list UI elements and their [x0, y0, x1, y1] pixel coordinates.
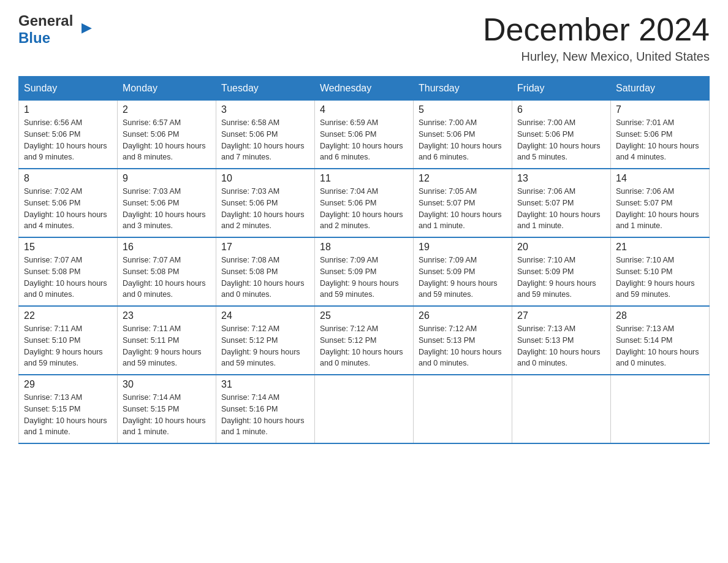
day-number: 8 — [24, 173, 112, 184]
day-info: Sunrise: 7:13 AMSunset: 5:14 PMDaylight:… — [616, 324, 699, 367]
day-number: 30 — [123, 379, 211, 390]
day-info: Sunrise: 7:14 AMSunset: 5:15 PMDaylight:… — [123, 393, 206, 436]
calendar-cell: 11 Sunrise: 7:04 AMSunset: 5:06 PMDaylig… — [315, 169, 414, 237]
calendar-cell: 31 Sunrise: 7:14 AMSunset: 5:16 PMDaylig… — [216, 375, 315, 443]
day-info: Sunrise: 7:12 AMSunset: 5:12 PMDaylight:… — [221, 324, 300, 367]
calendar-cell: 18 Sunrise: 7:09 AMSunset: 5:09 PMDaylig… — [315, 237, 414, 306]
week-row-3: 15 Sunrise: 7:07 AMSunset: 5:08 PMDaylig… — [19, 237, 710, 306]
day-number: 7 — [616, 104, 704, 115]
day-number: 27 — [517, 310, 605, 321]
calendar-cell: 4 Sunrise: 6:59 AMSunset: 5:06 PMDayligh… — [315, 101, 414, 169]
day-info: Sunrise: 7:05 AMSunset: 5:07 PMDaylight:… — [419, 187, 502, 230]
day-number: 6 — [517, 104, 605, 115]
calendar-cell: 22 Sunrise: 7:11 AMSunset: 5:10 PMDaylig… — [19, 306, 118, 375]
day-number: 14 — [616, 173, 704, 184]
calendar-cell: 17 Sunrise: 7:08 AMSunset: 5:08 PMDaylig… — [216, 237, 315, 306]
day-info: Sunrise: 7:01 AMSunset: 5:06 PMDaylight:… — [616, 118, 699, 161]
day-info: Sunrise: 7:02 AMSunset: 5:06 PMDaylight:… — [24, 187, 107, 230]
logo: General ▶ Blue — [18, 12, 82, 47]
day-info: Sunrise: 6:59 AMSunset: 5:06 PMDaylight:… — [320, 118, 403, 161]
day-number: 20 — [517, 242, 605, 253]
calendar-cell — [512, 375, 611, 443]
calendar-cell: 9 Sunrise: 7:03 AMSunset: 5:06 PMDayligh… — [118, 169, 216, 237]
logo-general-text: General — [18, 12, 73, 29]
header-saturday: Saturday — [611, 77, 710, 101]
calendar-cell: 7 Sunrise: 7:01 AMSunset: 5:06 PMDayligh… — [611, 101, 710, 169]
calendar-cell: 19 Sunrise: 7:09 AMSunset: 5:09 PMDaylig… — [414, 237, 512, 306]
location: Hurley, New Mexico, United States — [483, 50, 710, 64]
week-row-5: 29 Sunrise: 7:13 AMSunset: 5:15 PMDaylig… — [19, 375, 710, 443]
header-wednesday: Wednesday — [315, 77, 414, 101]
calendar-cell: 13 Sunrise: 7:06 AMSunset: 5:07 PMDaylig… — [512, 169, 611, 237]
day-number: 29 — [24, 379, 112, 390]
day-info: Sunrise: 7:04 AMSunset: 5:06 PMDaylight:… — [320, 187, 403, 230]
calendar-cell: 29 Sunrise: 7:13 AMSunset: 5:15 PMDaylig… — [19, 375, 118, 443]
day-number: 18 — [320, 242, 408, 253]
day-number: 11 — [320, 173, 408, 184]
day-info: Sunrise: 7:09 AMSunset: 5:09 PMDaylight:… — [419, 256, 498, 299]
calendar-table: SundayMondayTuesdayWednesdayThursdayFrid… — [18, 76, 710, 444]
day-info: Sunrise: 7:07 AMSunset: 5:08 PMDaylight:… — [123, 256, 206, 299]
day-number: 10 — [221, 173, 309, 184]
day-number: 2 — [123, 104, 211, 115]
day-info: Sunrise: 7:13 AMSunset: 5:13 PMDaylight:… — [517, 324, 601, 367]
day-info: Sunrise: 7:06 AMSunset: 5:07 PMDaylight:… — [517, 187, 601, 230]
day-info: Sunrise: 7:12 AMSunset: 5:13 PMDaylight:… — [419, 324, 502, 367]
day-number: 5 — [419, 104, 507, 115]
day-info: Sunrise: 7:10 AMSunset: 5:09 PMDaylight:… — [517, 256, 596, 299]
header-thursday: Thursday — [414, 77, 512, 101]
title-area: December 2024 Hurley, New Mexico, United… — [483, 12, 710, 64]
day-number: 9 — [123, 173, 211, 184]
day-number: 22 — [24, 310, 112, 321]
day-info: Sunrise: 7:13 AMSunset: 5:15 PMDaylight:… — [24, 393, 107, 436]
day-info: Sunrise: 7:03 AMSunset: 5:06 PMDaylight:… — [123, 187, 206, 230]
calendar-cell: 14 Sunrise: 7:06 AMSunset: 5:07 PMDaylig… — [611, 169, 710, 237]
header-sunday: Sunday — [19, 77, 118, 101]
page-header: General ▶ Blue December 2024 Hurley, New… — [18, 12, 710, 64]
calendar-cell: 12 Sunrise: 7:05 AMSunset: 5:07 PMDaylig… — [414, 169, 512, 237]
calendar-cell: 10 Sunrise: 7:03 AMSunset: 5:06 PMDaylig… — [216, 169, 315, 237]
calendar-cell: 1 Sunrise: 6:56 AMSunset: 5:06 PMDayligh… — [19, 101, 118, 169]
day-info: Sunrise: 7:00 AMSunset: 5:06 PMDaylight:… — [419, 118, 502, 161]
header-tuesday: Tuesday — [216, 77, 315, 101]
calendar-cell: 6 Sunrise: 7:00 AMSunset: 5:06 PMDayligh… — [512, 101, 611, 169]
day-info: Sunrise: 7:11 AMSunset: 5:10 PMDaylight:… — [24, 324, 103, 367]
header-friday: Friday — [512, 77, 611, 101]
month-title: December 2024 — [483, 12, 710, 47]
day-number: 23 — [123, 310, 211, 321]
day-info: Sunrise: 7:08 AMSunset: 5:08 PMDaylight:… — [221, 256, 305, 299]
day-info: Sunrise: 7:06 AMSunset: 5:07 PMDaylight:… — [616, 187, 699, 230]
day-number: 25 — [320, 310, 408, 321]
day-info: Sunrise: 7:14 AMSunset: 5:16 PMDaylight:… — [221, 393, 305, 436]
day-info: Sunrise: 7:10 AMSunset: 5:10 PMDaylight:… — [616, 256, 695, 299]
calendar-cell: 5 Sunrise: 7:00 AMSunset: 5:06 PMDayligh… — [414, 101, 512, 169]
week-row-4: 22 Sunrise: 7:11 AMSunset: 5:10 PMDaylig… — [19, 306, 710, 375]
calendar-cell: 21 Sunrise: 7:10 AMSunset: 5:10 PMDaylig… — [611, 237, 710, 306]
day-info: Sunrise: 7:12 AMSunset: 5:12 PMDaylight:… — [320, 324, 403, 367]
calendar-cell: 8 Sunrise: 7:02 AMSunset: 5:06 PMDayligh… — [19, 169, 118, 237]
calendar-cell: 23 Sunrise: 7:11 AMSunset: 5:11 PMDaylig… — [118, 306, 216, 375]
calendar-cell: 2 Sunrise: 6:57 AMSunset: 5:06 PMDayligh… — [118, 101, 216, 169]
day-number: 31 — [221, 379, 309, 390]
week-row-1: 1 Sunrise: 6:56 AMSunset: 5:06 PMDayligh… — [19, 101, 710, 169]
day-number: 13 — [517, 173, 605, 184]
day-info: Sunrise: 7:00 AMSunset: 5:06 PMDaylight:… — [517, 118, 601, 161]
calendar-cell: 28 Sunrise: 7:13 AMSunset: 5:14 PMDaylig… — [611, 306, 710, 375]
day-number: 4 — [320, 104, 408, 115]
day-info: Sunrise: 6:57 AMSunset: 5:06 PMDaylight:… — [123, 118, 206, 161]
day-number: 17 — [221, 242, 309, 253]
calendar-cell: 27 Sunrise: 7:13 AMSunset: 5:13 PMDaylig… — [512, 306, 611, 375]
day-number: 28 — [616, 310, 704, 321]
calendar-cell: 25 Sunrise: 7:12 AMSunset: 5:12 PMDaylig… — [315, 306, 414, 375]
day-number: 12 — [419, 173, 507, 184]
day-number: 3 — [221, 104, 309, 115]
calendar-cell — [611, 375, 710, 443]
calendar-cell: 3 Sunrise: 6:58 AMSunset: 5:06 PMDayligh… — [216, 101, 315, 169]
day-info: Sunrise: 7:03 AMSunset: 5:06 PMDaylight:… — [221, 187, 305, 230]
calendar-cell: 15 Sunrise: 7:07 AMSunset: 5:08 PMDaylig… — [19, 237, 118, 306]
day-number: 26 — [419, 310, 507, 321]
day-number: 15 — [24, 242, 112, 253]
calendar-cell: 20 Sunrise: 7:10 AMSunset: 5:09 PMDaylig… — [512, 237, 611, 306]
calendar-cell — [414, 375, 512, 443]
day-info: Sunrise: 6:58 AMSunset: 5:06 PMDaylight:… — [221, 118, 305, 161]
